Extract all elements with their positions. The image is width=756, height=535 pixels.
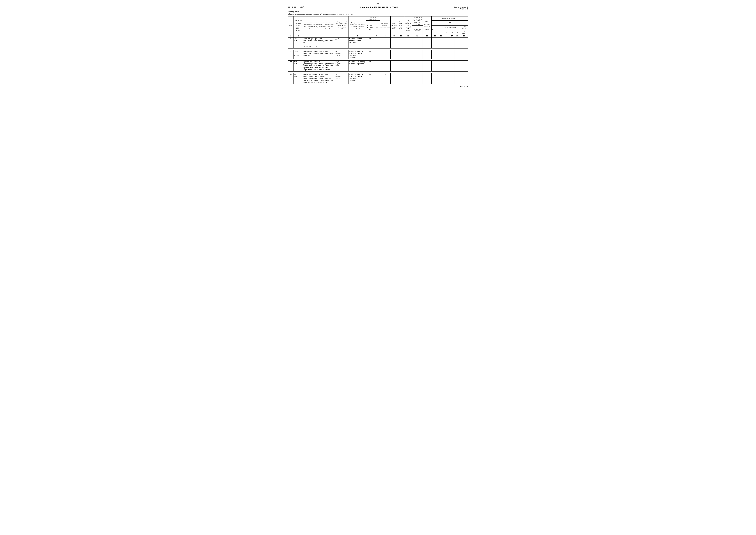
- spacer-row: [288, 71, 468, 73]
- col-num-5: 5: [349, 35, 366, 38]
- row-q2: [444, 50, 449, 59]
- table-row: II ДМЩит Манометр дифферен- циальный мем…: [288, 73, 468, 84]
- col-num-7: 7: [374, 35, 380, 38]
- page-title: ЗАКАЗНАЯ СПЕЦИФИКАЦИЯ № ТКИП: [304, 6, 454, 9]
- row-potrebnost: [391, 73, 397, 84]
- row-num: 9: [288, 50, 294, 59]
- row-pos: ДМЩит: [294, 73, 303, 84]
- row-price: [397, 73, 405, 84]
- table-col-numbers: 1 2 3 4 5 6 7 8 '9 IO II I2 I3 I4 I5 I6 …: [288, 35, 468, 38]
- row-cost: [460, 38, 468, 48]
- col-num-18: I8: [455, 35, 460, 38]
- col-num-10: IO: [397, 35, 405, 38]
- col-header-ozhid: Ожидае- мое на- личие на на- плани- руе-…: [412, 16, 423, 26]
- row-q2: [444, 73, 449, 84]
- col-header-kvartal: в т.ч.по кварталам: [438, 26, 460, 30]
- table-header-row1: №№ пп № поз. по тех- нологич. схеме, мес…: [288, 16, 468, 20]
- row-q1: [438, 61, 444, 71]
- col-num-17: I7: [449, 35, 455, 38]
- row-q3: [449, 38, 455, 48]
- col-header-unit-code: Код: [374, 20, 380, 35]
- row-unit-code: [374, 38, 380, 48]
- col-header-manuf: Завод- изготови- тель( для импортно- го …: [349, 16, 366, 35]
- col-num-4: 4: [335, 35, 348, 38]
- row-type: ДТ-2-: [335, 38, 348, 48]
- row-potrebnost: [391, 50, 397, 59]
- row-potrebnost2: [405, 50, 412, 59]
- spacer-row: [288, 48, 468, 50]
- col-header-unit: Единица измерения: [366, 16, 380, 20]
- row-code-obor: 6: [380, 38, 391, 48]
- row-name: Первичный преобразо- ватель давления. Пр…: [303, 50, 335, 59]
- col-header-code: Код обору- дования, материа- лов: [380, 16, 391, 35]
- row-price: [397, 50, 405, 59]
- col-header-q1: I: [438, 30, 444, 35]
- row-ozhid: [412, 38, 423, 48]
- row-vsego: [431, 38, 438, 48]
- row-manuf: г.Москва завод тепловой авто- ма- тики: [349, 38, 366, 48]
- row-cost: [460, 50, 468, 59]
- col-header-nn: №№ пп: [288, 16, 294, 35]
- col-header-name: Наименование и техни- ческая характерист…: [303, 16, 335, 35]
- row-price: [397, 61, 405, 71]
- col-header-potrebnost: По- треб- но- сть по про- екту: [391, 16, 397, 35]
- table-row: 9 ПДДЗпоместу Первичный преобразо- вател…: [288, 50, 468, 59]
- row-zayav: [423, 50, 431, 59]
- row-num: II: [288, 73, 294, 84]
- col-num-19: I9: [460, 35, 468, 38]
- page-number: 89: [288, 3, 468, 5]
- row-q4: [455, 38, 460, 48]
- row-q1: [438, 50, 444, 59]
- row-zayav: [423, 38, 431, 48]
- row-q1: [438, 73, 444, 84]
- row-potrebnost2: [405, 38, 412, 48]
- row-pos: ПДРЩит: [294, 38, 303, 48]
- row-manuf: г.Челябинск завод " Тепло- прибор": [349, 61, 366, 71]
- row-q4: [455, 50, 460, 59]
- row-q3: [449, 50, 455, 59]
- row-vsego: [431, 50, 438, 59]
- row-unit: шт: [366, 61, 374, 71]
- row-q2: [444, 38, 449, 48]
- row-q4: [455, 61, 460, 71]
- col-header-pos: № поз. по тех- нологич. схеме, место уст…: [294, 16, 303, 35]
- col-num-9: '9: [391, 35, 397, 38]
- predpriyatie-label: Предприятие: [288, 11, 299, 13]
- row-type: ШЩмодель22012: [335, 50, 348, 59]
- row-manuf: г.Москва Прибо- ро- строитель- ный завод…: [349, 50, 366, 59]
- row-type: КСДЗмодель1000: [335, 61, 348, 71]
- row-unit: шт: [366, 73, 374, 84]
- row-num: 8: [288, 38, 294, 48]
- row-zayav: [423, 61, 431, 71]
- row-cost: [460, 73, 468, 84]
- col-num-8: 8: [380, 35, 391, 38]
- row-unit-code: [374, 73, 380, 84]
- col-num-6: 6: [366, 35, 374, 38]
- row-potrebnost2: [405, 61, 412, 71]
- row-type: ДМмодель23573: [335, 73, 348, 84]
- row-ozhid: [412, 50, 423, 59]
- row-unit: шт: [366, 50, 374, 59]
- col-num-12: I2: [412, 35, 423, 38]
- col-header-period: на 197 г.: [431, 20, 468, 26]
- col-header-q3: III: [449, 30, 455, 35]
- row-zayav: [423, 73, 431, 84]
- col-num-11: II: [405, 35, 412, 38]
- col-num-14: I4: [431, 35, 438, 38]
- row-unit: шт: [366, 38, 374, 48]
- col-num-1: 1: [288, 35, 294, 38]
- col-header-zayav: Заяв- лен- ная по- треб- ность не плани-…: [423, 16, 431, 35]
- col-num-2: 2: [294, 35, 303, 38]
- row-vsego: [431, 61, 438, 71]
- col-header-prinyata: Принятая потребность: [431, 16, 468, 20]
- table-row: IO ДСIЩит Прибор вторичный с дифференциа…: [288, 61, 468, 71]
- row-name: Манометр дифферен- циальный мембранный с…: [303, 73, 335, 84]
- row-potrebnost: [391, 61, 397, 71]
- col-num-13: I3: [423, 35, 431, 38]
- col-header-unit-name: На- име- но- ва- ние: [366, 20, 374, 35]
- row-code-obor: I: [380, 61, 391, 71]
- row-pos: ПДДЗпоместу: [294, 50, 303, 59]
- row-potrebnost2: [405, 73, 412, 84]
- sheet-info: Всего листов 5 Лист № 3: [454, 6, 468, 10]
- col-num-15: I5: [438, 35, 444, 38]
